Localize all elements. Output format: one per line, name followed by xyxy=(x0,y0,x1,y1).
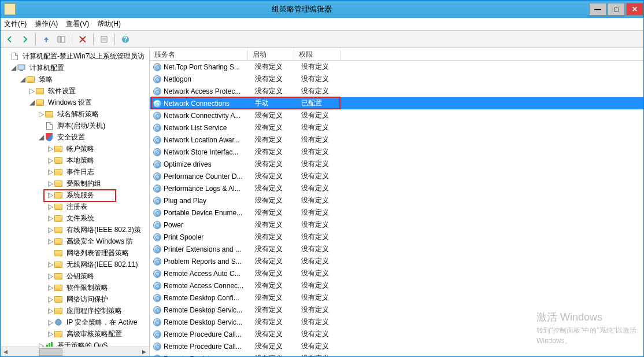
service-row[interactable]: Printer Extensions and ...没有定义没有定义 xyxy=(150,243,643,255)
tree-restricted-groups[interactable]: ▷受限制的组 xyxy=(1,178,149,189)
service-permission: 没有定义 xyxy=(301,183,347,193)
app-icon xyxy=(4,3,16,15)
service-row[interactable]: Optimize drives没有定义没有定义 xyxy=(150,158,643,170)
service-icon xyxy=(153,294,161,302)
col-service-name[interactable]: 服务名 xyxy=(150,48,248,60)
service-row[interactable]: Network Location Awar...没有定义没有定义 xyxy=(150,134,643,146)
service-row[interactable]: Remote Access Connec...没有定义没有定义 xyxy=(150,279,643,292)
service-startup: 没有定义 xyxy=(255,135,301,145)
folder-icon xyxy=(54,250,62,256)
tree-policies[interactable]: ◢策略 xyxy=(1,73,149,85)
script-icon xyxy=(46,122,53,130)
service-row[interactable]: Network Store Interfac...没有定义没有定义 xyxy=(150,146,643,158)
service-icon xyxy=(153,355,161,357)
tree-windows-firewall[interactable]: ▷高级安全 Windows 防 xyxy=(1,235,149,247)
service-row[interactable]: Remote Registry没有定义没有定义 xyxy=(150,352,643,356)
menu-file[interactable]: 文件(F) xyxy=(4,19,27,29)
menu-action[interactable]: 操作(A) xyxy=(35,19,58,29)
tree-network-list-manager[interactable]: 网络列表管理器策略 xyxy=(1,247,149,259)
col-permission[interactable]: 权限 xyxy=(294,48,340,60)
service-permission: 没有定义 xyxy=(301,256,347,266)
service-name: Remote Procedure Call... xyxy=(164,343,255,351)
service-row[interactable]: Network Access Protec...没有定义没有定义 xyxy=(150,85,643,97)
tree-software-restriction[interactable]: ▷软件限制策略 xyxy=(1,282,149,293)
back-button[interactable] xyxy=(3,32,17,46)
service-row[interactable]: Print Spooler没有定义没有定义 xyxy=(150,231,643,243)
tree-account-policies[interactable]: ▷帐户策略 xyxy=(1,143,149,154)
tree-windows-settings[interactable]: ◢Windows 设置 xyxy=(1,97,149,108)
menu-view[interactable]: 查看(V) xyxy=(66,19,89,29)
folder-icon xyxy=(54,296,62,303)
service-row[interactable]: Net.Tcp Port Sharing S...没有定义没有定义 xyxy=(150,61,643,73)
tree-hscrollbar[interactable]: ◄► xyxy=(1,347,149,356)
tree-pane[interactable]: 计算机配置-禁止Win7以上系统管理员访 ◢计算机配置 ◢策略 ▷软件设置 ◢W… xyxy=(1,48,150,356)
tree-scripts[interactable]: 脚本(启动/关机) xyxy=(1,120,149,131)
col-startup[interactable]: 启动 xyxy=(248,48,294,60)
tree-ipsec[interactable]: ▷IP 安全策略，在 Active xyxy=(1,316,149,328)
svg-rect-0 xyxy=(58,36,61,42)
service-name: Network Store Interfac... xyxy=(164,148,255,156)
service-row[interactable]: Plug and Play没有定义没有定义 xyxy=(150,194,643,207)
tree-file-system[interactable]: ▷文件系统 xyxy=(1,212,149,224)
minimize-button[interactable]: — xyxy=(589,3,606,16)
service-row[interactable]: Performance Counter D...没有定义没有定义 xyxy=(150,170,643,182)
tree-computer-config[interactable]: ◢计算机配置 xyxy=(1,62,149,73)
tree-event-log[interactable]: ▷事件日志 xyxy=(1,166,149,178)
service-startup: 没有定义 xyxy=(255,256,301,266)
service-row[interactable]: Remote Procedure Call...没有定义没有定义 xyxy=(150,340,643,352)
close-button[interactable]: ✕ xyxy=(626,3,643,16)
service-permission: 没有定义 xyxy=(301,74,347,84)
tree-registry[interactable]: ▷注册表 xyxy=(1,201,149,212)
tree-name-resolution[interactable]: ▷域名解析策略 xyxy=(1,108,149,120)
delete-button[interactable] xyxy=(76,32,90,46)
help-button[interactable]: ? xyxy=(119,32,132,46)
service-row[interactable]: Remote Procedure Call...没有定义没有定义 xyxy=(150,328,643,340)
tree-wired-network[interactable]: ▷有线网络(IEEE 802.3)策 xyxy=(1,224,149,235)
service-startup: 没有定义 xyxy=(255,62,301,72)
service-row[interactable]: Network List Service没有定义没有定义 xyxy=(150,122,643,134)
service-startup: 没有定义 xyxy=(255,220,301,230)
tree-app-control[interactable]: ▷应用程序控制策略 xyxy=(1,305,149,316)
service-permission: 没有定义 xyxy=(301,305,347,315)
folder-icon xyxy=(54,273,62,279)
show-hide-tree-button[interactable] xyxy=(54,32,68,46)
up-button[interactable] xyxy=(39,32,53,46)
tree-nap[interactable]: ▷网络访问保护 xyxy=(1,293,149,305)
service-name: Network Location Awar... xyxy=(164,136,255,144)
tree-root[interactable]: 计算机配置-禁止Win7以上系统管理员访 xyxy=(1,50,149,62)
service-row[interactable]: Remote Desktop Servic...没有定义没有定义 xyxy=(150,304,643,316)
service-row[interactable]: Portable Device Enume...没有定义没有定义 xyxy=(150,207,643,219)
tree-advanced-audit[interactable]: ▷高级审核策略配置 xyxy=(1,328,149,340)
service-startup: 没有定义 xyxy=(255,123,301,133)
service-row[interactable]: Remote Desktop Confi...没有定义没有定义 xyxy=(150,292,643,304)
service-row[interactable]: Network Connectivity A...没有定义没有定义 xyxy=(150,109,643,122)
svg-text:?: ? xyxy=(123,35,127,43)
service-startup: 没有定义 xyxy=(255,293,301,303)
service-icon xyxy=(153,197,161,205)
tree-local-policies[interactable]: ▷本地策略 xyxy=(1,154,149,166)
tree-security-settings[interactable]: ◢安全设置 xyxy=(1,131,149,143)
service-row[interactable]: Problem Reports and S...没有定义没有定义 xyxy=(150,255,643,267)
titlebar[interactable]: 组策略管理编辑器 — □ ✕ xyxy=(1,1,643,18)
tree-system-services[interactable]: ▷系统服务 xyxy=(1,189,149,201)
service-name: Performance Logs & Al... xyxy=(164,185,255,193)
service-row[interactable]: Network Connections手动已配置 xyxy=(150,97,643,109)
service-row[interactable]: Performance Logs & Al...没有定义没有定义 xyxy=(150,182,643,194)
forward-button[interactable] xyxy=(18,32,32,46)
service-icon xyxy=(153,245,161,253)
service-row[interactable]: Netlogon没有定义没有定义 xyxy=(150,73,643,85)
service-row[interactable]: Remote Access Auto C...没有定义没有定义 xyxy=(150,267,643,279)
service-row[interactable]: Power没有定义没有定义 xyxy=(150,219,643,231)
tree-wireless-network[interactable]: ▷无线网络(IEEE 802.11) xyxy=(1,259,149,270)
svg-point-9 xyxy=(55,319,61,325)
service-row[interactable]: Remote Desktop Servic...没有定义没有定义 xyxy=(150,316,643,328)
list-header[interactable]: 服务名 启动 权限 xyxy=(150,48,643,61)
tree-software-settings[interactable]: ▷软件设置 xyxy=(1,85,149,97)
properties-button[interactable] xyxy=(97,32,111,46)
maximize-button[interactable]: □ xyxy=(608,3,625,16)
menu-help[interactable]: 帮助(H) xyxy=(97,19,121,29)
tree-public-key-policies[interactable]: ▷公钥策略 xyxy=(1,270,149,282)
list-pane[interactable]: 服务名 启动 权限 Net.Tcp Port Sharing S...没有定义没… xyxy=(150,48,643,356)
service-icon xyxy=(153,221,161,229)
service-startup: 没有定义 xyxy=(255,281,301,290)
